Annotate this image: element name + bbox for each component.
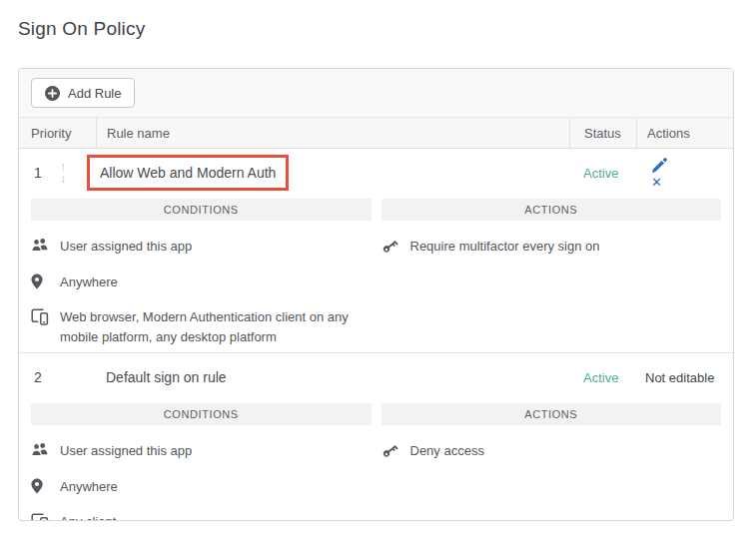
- rule-1-actions-cell: ✕: [636, 158, 733, 189]
- rule-1-actions-column: ACTIONS Require multifactor every sign o…: [381, 199, 722, 346]
- rules-table-header: Priority Rule name Status Actions: [19, 118, 733, 149]
- rule-1-summary: 1 ↑ ↓ Allow Web and Modern Auth Active ✕: [19, 149, 733, 197]
- users-icon: [31, 441, 60, 461]
- column-header-rule-name: Rule name: [96, 118, 569, 148]
- rule-1-details: CONDITIONS User assigned this app Anywhe…: [19, 197, 733, 352]
- column-header-actions: Actions: [636, 118, 733, 148]
- conditions-section-header: CONDITIONS: [31, 199, 372, 221]
- annotation-highlight-box: Allow Web and Modern Auth: [87, 155, 289, 191]
- action-text: Require multifactor every sign on: [410, 237, 600, 257]
- condition-text: Anywhere: [60, 477, 118, 497]
- condition-text: Any client: [60, 512, 116, 521]
- action-item: Deny access: [381, 441, 722, 461]
- condition-text: Anywhere: [60, 272, 118, 292]
- rule-2-priority-cell: 2: [19, 369, 96, 385]
- sign-on-policy-panel: Add Rule Priority Rule name Status Actio…: [18, 68, 734, 521]
- location-pin-icon: [31, 272, 60, 292]
- rule-1-name: Allow Web and Modern Auth: [100, 165, 276, 181]
- rule-2-actions-column: ACTIONS Deny access: [381, 403, 722, 521]
- rule-2-priority: 2: [34, 369, 46, 385]
- rules-toolbar: Add Rule: [19, 69, 733, 118]
- rule-1-reorder-handle[interactable]: ↑ ↓: [60, 162, 66, 184]
- add-rule-label: Add Rule: [68, 86, 121, 101]
- arrow-up-icon[interactable]: ↑: [60, 162, 66, 172]
- client-devices-icon: [31, 512, 60, 521]
- edit-pencil-icon[interactable]: [651, 158, 667, 174]
- condition-item: Web browser, Modern Authentication clien…: [31, 307, 372, 346]
- users-icon: [31, 237, 60, 257]
- delete-x-icon[interactable]: ✕: [651, 176, 662, 189]
- condition-text: User assigned this app: [60, 441, 192, 461]
- column-header-priority: Priority: [19, 118, 96, 148]
- page-title: Sign On Policy: [18, 18, 145, 40]
- condition-text: User assigned this app: [60, 237, 192, 257]
- rule-row-1: 1 ↑ ↓ Allow Web and Modern Auth Active ✕: [19, 149, 733, 353]
- rule-1-name-cell: Allow Web and Modern Auth: [96, 155, 569, 191]
- rule-1-priority: 1: [34, 165, 46, 181]
- rule-1-status-badge: Active: [569, 166, 636, 181]
- rule-1-priority-cell: 1 ↑ ↓: [19, 162, 96, 184]
- condition-item: Anywhere: [31, 477, 372, 497]
- plus-circle-icon: [45, 86, 60, 101]
- rule-2-status-badge: Active: [569, 370, 636, 385]
- conditions-section-header: CONDITIONS: [31, 403, 372, 425]
- add-rule-button[interactable]: Add Rule: [31, 78, 135, 108]
- key-icon: [381, 237, 410, 257]
- rule-2-conditions-column: CONDITIONS User assigned this app Anywhe…: [31, 403, 372, 521]
- condition-item: User assigned this app: [31, 441, 372, 461]
- condition-item: Any client: [31, 512, 372, 521]
- arrow-down-icon[interactable]: ↓: [60, 174, 66, 184]
- action-text: Deny access: [410, 441, 484, 461]
- condition-item: Anywhere: [31, 272, 372, 292]
- rule-2-details: CONDITIONS User assigned this app Anywhe…: [19, 401, 733, 521]
- column-header-status: Status: [569, 118, 636, 148]
- client-devices-icon: [31, 307, 60, 346]
- actions-section-header: ACTIONS: [381, 199, 722, 221]
- actions-section-header: ACTIONS: [381, 403, 722, 425]
- rule-2-summary: 2 Default sign on rule Active Not editab…: [19, 353, 733, 401]
- rule-row-2: 2 Default sign on rule Active Not editab…: [19, 353, 733, 521]
- key-icon: [381, 441, 410, 461]
- rule-2-name: Default sign on rule: [96, 369, 227, 385]
- action-item: Require multifactor every sign on: [381, 237, 722, 257]
- rule-2-name-cell: Default sign on rule: [96, 368, 569, 386]
- rule-1-conditions-column: CONDITIONS User assigned this app Anywhe…: [31, 199, 372, 346]
- location-pin-icon: [31, 477, 60, 497]
- condition-item: User assigned this app: [31, 237, 372, 257]
- rule-2-not-editable-label: Not editable: [636, 370, 733, 385]
- condition-text: Web browser, Modern Authentication clien…: [60, 307, 372, 346]
